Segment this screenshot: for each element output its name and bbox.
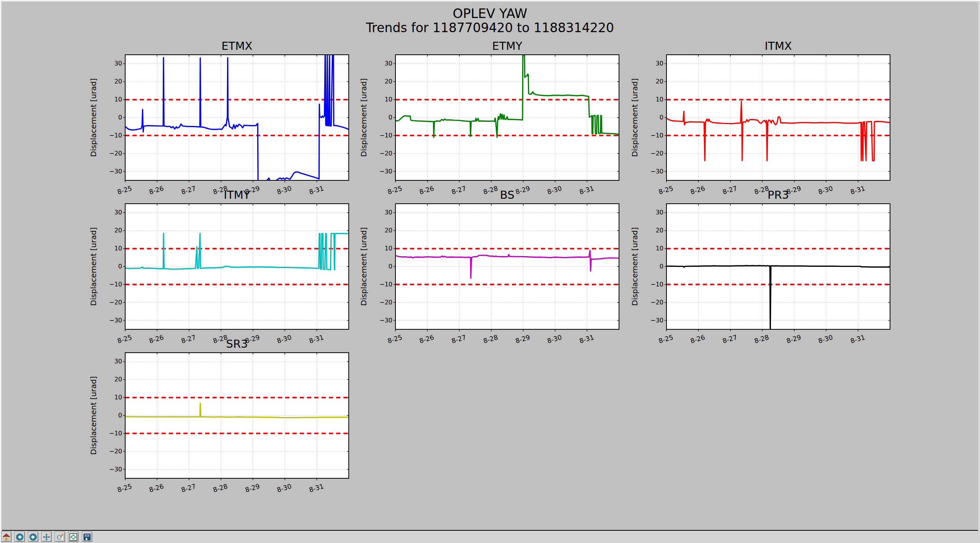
y-tick-label: 20 <box>103 78 122 85</box>
y-axis-label-text: Displacement [urad] <box>630 227 639 306</box>
y-tick-label: −20 <box>373 150 392 157</box>
subplot-title: ITMX <box>666 39 890 53</box>
subplot-itmx: ITMXDisplacement [urad]3020100−10−20−308… <box>666 55 890 180</box>
subplot-etmy: ETMYDisplacement [urad]3020100−10−20−308… <box>395 55 619 180</box>
y-tick-label: −10 <box>103 281 122 288</box>
subplots-button[interactable] <box>68 532 78 542</box>
x-tick-label: 8-30 <box>808 333 834 347</box>
x-tick-label: 8-26 <box>409 333 435 347</box>
x-tick-label: 8-29 <box>235 482 260 496</box>
subplot-title: BS <box>395 188 619 202</box>
y-tick-label: 0 <box>103 412 122 419</box>
y-tick-label: 30 <box>644 60 663 67</box>
y-tick-label: 0 <box>644 263 663 270</box>
subplot-bs: BSDisplacement [urad]3020100−10−20−308-2… <box>395 204 619 329</box>
y-axis-label: Displacement [urad] <box>356 55 371 180</box>
pan-move-icon <box>42 533 51 541</box>
y-axis-label-text: Displacement [urad] <box>359 78 368 157</box>
pan-button[interactable] <box>41 532 52 542</box>
plot-area <box>666 55 890 180</box>
x-tick-label: 8-25 <box>377 333 403 347</box>
x-tick-label: 8-29 <box>505 333 531 347</box>
x-tick-label: 8-31 <box>840 333 866 347</box>
y-tick-label: −20 <box>644 150 663 157</box>
y-tick-label: 10 <box>103 245 122 252</box>
y-axis-label: Displacement [urad] <box>86 204 101 329</box>
y-tick-label: −20 <box>373 299 392 306</box>
forward-button[interactable] <box>28 532 38 542</box>
y-tick-label: −20 <box>103 150 122 157</box>
subplot-title: SR3 <box>125 337 349 351</box>
y-tick-label: −30 <box>103 317 122 324</box>
home-button[interactable] <box>1 532 11 542</box>
y-tick-label: 30 <box>103 209 122 216</box>
x-tick-label: 8-28 <box>473 333 499 347</box>
y-axis-label: Displacement [urad] <box>627 204 642 329</box>
figure-subtitle: Trends for 1187709420 to 1188314220 <box>2 20 978 35</box>
y-axis-label-text: Displacement [urad] <box>89 227 98 306</box>
y-tick-label: 10 <box>373 245 392 252</box>
figure-canvas: OPLEV YAW Trends for 1187709420 to 11883… <box>2 2 978 531</box>
y-tick-label: 20 <box>103 227 122 234</box>
x-tick-label: 8-27 <box>441 333 467 347</box>
y-tick-label: −30 <box>644 317 663 324</box>
y-tick-label: −20 <box>644 299 663 306</box>
back-button[interactable] <box>15 532 25 542</box>
subplot-pr3: PR3Displacement [urad]3020100−10−20−308-… <box>666 204 890 329</box>
plot-area <box>395 204 619 329</box>
x-tick-label: 8-25 <box>648 333 674 347</box>
y-tick-label: 0 <box>644 114 663 121</box>
save-button[interactable] <box>82 532 92 542</box>
subplot-sr3: SR3Displacement [urad]3020100−10−20−308-… <box>125 353 349 478</box>
y-tick-label: 20 <box>644 227 663 234</box>
y-tick-label: −30 <box>373 168 392 175</box>
subplot-etmx: ETMXDisplacement [urad]3020100−10−20−308… <box>125 55 349 180</box>
y-tick-label: 10 <box>644 96 663 103</box>
y-tick-label: −30 <box>373 317 392 324</box>
plot-area <box>395 55 619 180</box>
y-tick-label: 0 <box>373 263 392 270</box>
save-floppy-icon <box>83 533 91 541</box>
zoom-button[interactable] <box>55 532 65 542</box>
x-tick-label: 8-25 <box>107 482 133 496</box>
y-tick-label: −10 <box>644 132 663 139</box>
x-tick-label: 8-30 <box>537 333 563 347</box>
x-tick-label: 8-31 <box>569 333 595 347</box>
zoom-magnifier-icon <box>56 533 64 541</box>
toolbar <box>0 531 980 543</box>
y-tick-label: 10 <box>644 245 663 252</box>
y-tick-label: 30 <box>373 209 392 216</box>
x-tick-label: 8-27 <box>171 482 197 496</box>
y-tick-label: 10 <box>373 96 392 103</box>
configure-subplots-icon <box>69 533 77 541</box>
y-tick-label: −20 <box>103 448 122 455</box>
y-tick-label: 0 <box>373 114 392 121</box>
x-tick-label: 8-31 <box>299 482 324 496</box>
back-arrow-icon <box>16 533 24 541</box>
y-tick-label: −30 <box>644 168 663 175</box>
y-tick-label: −20 <box>103 299 122 306</box>
subplot-title: ETMX <box>125 39 349 53</box>
y-tick-label: 20 <box>373 78 392 85</box>
plot-area <box>125 204 349 329</box>
x-tick-label: 8-26 <box>680 333 706 347</box>
x-tick-label: 8-30 <box>267 482 292 496</box>
y-tick-label: 20 <box>103 376 122 383</box>
subplot-title: PR3 <box>666 188 890 202</box>
y-tick-label: 30 <box>103 358 122 365</box>
y-tick-label: 30 <box>644 209 663 216</box>
plot-area <box>125 353 349 478</box>
forward-arrow-icon <box>29 533 37 541</box>
y-tick-label: 30 <box>373 60 392 67</box>
y-tick-label: 20 <box>373 227 392 234</box>
subplot-itmy: ITMYDisplacement [urad]3020100−10−20−308… <box>125 204 349 329</box>
y-tick-label: 30 <box>103 60 122 67</box>
y-axis-label: Displacement [urad] <box>627 55 642 180</box>
figure-title: OPLEV YAW <box>2 6 978 21</box>
x-tick-label: 8-26 <box>139 482 165 496</box>
y-tick-label: 10 <box>103 96 122 103</box>
x-tick-label: 8-28 <box>744 333 770 347</box>
subplot-title: ETMY <box>395 39 619 53</box>
y-tick-label: −10 <box>103 430 122 437</box>
y-tick-label: 20 <box>644 78 663 85</box>
